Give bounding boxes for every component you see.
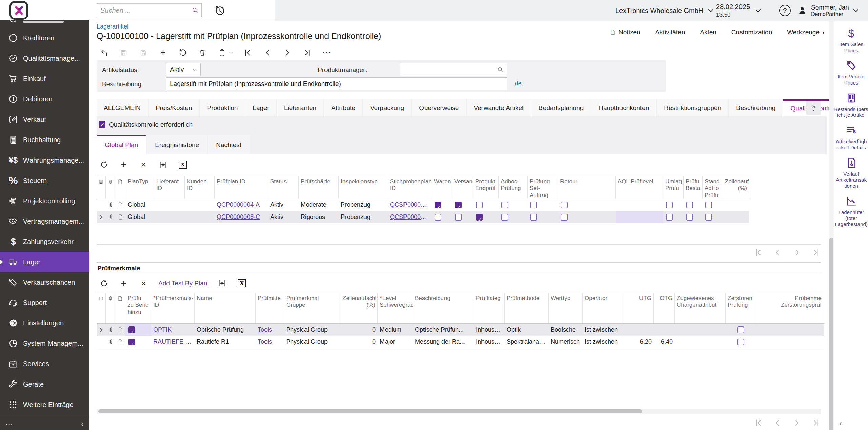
sidebar-item-einstellungen[interactable]: Einstellungen	[0, 313, 89, 333]
col-chargenattribut[interactable]: Zugewiesenes Chargenattribut	[675, 293, 726, 323]
last-page-button[interactable]	[812, 419, 820, 427]
add-row-button[interactable]: +	[119, 160, 129, 169]
files-button[interactable]: Akten	[700, 29, 716, 36]
search-icon[interactable]	[192, 7, 198, 13]
attachment-icon[interactable]	[106, 336, 115, 348]
copy-dropdown[interactable]	[217, 48, 233, 57]
tools-dropdown[interactable]: Werkzeuge▾	[787, 29, 825, 36]
produkt-endpruefung-checkbox[interactable]	[476, 202, 483, 208]
produkt-endpruefung-checkbox[interactable]	[476, 214, 483, 221]
adhoc-pruefung-checkbox[interactable]	[501, 202, 508, 208]
col-probenmenge[interactable]: Probenme Zerstörungsprüf	[756, 293, 824, 323]
col-pruefmerkmals-id[interactable]: Prüfmerkmals-ID	[151, 293, 195, 323]
horizontal-scrollbar[interactable]	[97, 409, 821, 414]
first-page-button[interactable]	[755, 248, 763, 257]
tab-verpackung[interactable]: Verpackung	[363, 99, 411, 116]
pruefung-set-auftrag-checkbox[interactable]	[530, 214, 537, 221]
sidebar-collapse-button[interactable]: ‹	[81, 420, 84, 429]
export-excel-button[interactable]: X	[237, 279, 246, 288]
add-test-by-plan-link[interactable]: Add Test By Plan	[158, 280, 207, 287]
company-selector[interactable]: LexTronics Wholesale GmbH	[615, 0, 713, 21]
col-adhoc-pruefung[interactable]: Adhoc-Prüfung	[499, 176, 528, 199]
subtab-nachtest[interactable]: Nachtest	[208, 135, 250, 154]
col-standard-adhoc[interactable]: Stand AdHo Prüfu	[703, 176, 723, 199]
tab-bedarfsplanung[interactable]: Bedarfsplanung	[531, 99, 591, 116]
sidebar-item-lager[interactable]: Lager	[0, 252, 89, 272]
add-to-report-checkbox[interactable]	[128, 339, 135, 345]
global-search-input[interactable]: Suchen ...	[97, 3, 202, 17]
col-beschreibung[interactable]: Beschreibung	[413, 293, 474, 323]
umlag-pruefung-checkbox[interactable]	[666, 202, 673, 208]
sidebar-item-weitere-eintraege[interactable]: Weitere Einträge	[0, 394, 89, 415]
subtab-ereignishistorie[interactable]: Ereignishistorie	[147, 135, 207, 154]
versand-checkbox[interactable]	[455, 202, 462, 208]
tab-beschreibung[interactable]: Beschreibung	[729, 99, 783, 116]
tab-verwandte-artikel[interactable]: Verwandte Artikel	[467, 99, 531, 116]
bestandsuebersicht-button[interactable]: Bestandsübers icht je Artikel	[834, 91, 868, 118]
document-icon[interactable]	[115, 324, 125, 336]
horizontal-scrollbar-thumb[interactable]	[98, 409, 642, 413]
document-icon[interactable]	[115, 211, 125, 223]
standard-adhoc-checkbox[interactable]	[705, 202, 712, 208]
sidebar-item-projektcontrolling[interactable]: Projektcontrolling	[0, 191, 89, 211]
col-name[interactable]: Name	[195, 293, 256, 323]
col-retour[interactable]: Retour	[558, 176, 616, 199]
pruefmittel-link[interactable]: Tools	[258, 338, 272, 345]
artikeltransaktionen-button[interactable]: Verlauf Artikeltransak tionen	[834, 156, 868, 189]
tab-preis-kosten[interactable]: Preis/Kosten	[149, 99, 199, 116]
notes-button[interactable]: Notizen	[610, 29, 640, 36]
sidebar-item-einkauf[interactable]: Einkauf	[0, 69, 89, 89]
activities-button[interactable]: Aktivitäten	[655, 29, 685, 36]
first-page-button[interactable]	[755, 419, 763, 427]
customization-button[interactable]: Customization	[731, 29, 772, 36]
next-record-button[interactable]	[282, 48, 292, 57]
sidebar-item-verkauf[interactable]: Verkauf	[0, 109, 89, 130]
col-pruefschaerfe[interactable]: Prüfschärfe	[299, 176, 339, 199]
previous-page-button[interactable]	[774, 419, 782, 427]
work-date-selector[interactable]: 28.02.2025 13:50	[716, 0, 761, 21]
col-otg[interactable]: OTG	[654, 293, 675, 323]
sidebar-item-qualitaetsmanagement[interactable]: Qualitätsmanage...	[0, 48, 89, 69]
column-chooser-icon[interactable]	[97, 293, 106, 323]
sidebar-item-system-management[interactable]: System Managem...	[0, 333, 89, 354]
col-utg[interactable]: UTG	[623, 293, 654, 323]
sidebar-item-services[interactable]: Services	[0, 354, 89, 374]
sidebar-item-geraete[interactable]: Geräte	[0, 374, 89, 394]
col-pruefung-set-auftrag[interactable]: Prüfung Set-Auftrag	[528, 176, 558, 199]
col-zeilenaufschlag[interactable]: Zeilenaufsch (%)	[723, 176, 749, 199]
recent-history-icon[interactable]	[214, 4, 226, 17]
subtab-global-plan[interactable]: Global Plan	[97, 135, 146, 154]
col-versand[interactable]: Versand	[452, 176, 473, 199]
col-pruefplan-id[interactable]: Prüfplan ID	[215, 176, 268, 199]
add-row-button[interactable]: +	[119, 279, 129, 288]
stichprobenplan-link[interactable]: QCSP0000001-A	[390, 201, 432, 208]
refresh-button[interactable]	[99, 160, 109, 169]
col-zeilenaufschlag[interactable]: Zeilenaufschla (%)	[340, 293, 378, 323]
plan-table-row[interactable]: Global QCP0000004-A Aktiv Moderate Probe…	[97, 199, 749, 211]
merkmal-id-link[interactable]: RAUTIEFE R1	[153, 338, 193, 345]
tab-lager[interactable]: Lager	[245, 99, 276, 116]
document-icon[interactable]	[115, 199, 125, 211]
app-logo[interactable]	[9, 1, 28, 20]
back-button[interactable]	[99, 48, 109, 57]
col-zerstoeren-pruefung[interactable]: Zerstören Prüfung	[726, 293, 756, 323]
next-page-button[interactable]	[793, 248, 801, 257]
undo-button[interactable]	[178, 48, 188, 57]
document-icon[interactable]	[115, 336, 125, 348]
col-pruefkategorie[interactable]: Prüfkateg	[474, 293, 505, 323]
col-status[interactable]: Status	[268, 176, 299, 199]
last-record-button[interactable]	[302, 48, 312, 57]
tab-attribute[interactable]: Attribute	[324, 99, 362, 116]
add-to-report-checkbox[interactable]	[128, 326, 135, 333]
quality-required-checkbox[interactable]	[99, 121, 105, 128]
sidebar-item-vertragsmanagement[interactable]: Vertragsmanagem...	[0, 211, 89, 231]
pruefung-bestand-checkbox[interactable]	[686, 202, 693, 208]
col-inspektionstyp[interactable]: Inspektionstyp	[339, 176, 388, 199]
add-record-button[interactable]: +	[158, 48, 168, 57]
waren-checkbox[interactable]	[435, 202, 441, 208]
retour-checkbox[interactable]	[561, 214, 568, 221]
tab-overflow-button[interactable]: » ▾	[806, 101, 821, 115]
first-record-button[interactable]	[243, 48, 253, 57]
zerstoeren-checkbox[interactable]	[737, 339, 744, 345]
aql-prueflevel-cell-selected[interactable]	[616, 211, 663, 223]
